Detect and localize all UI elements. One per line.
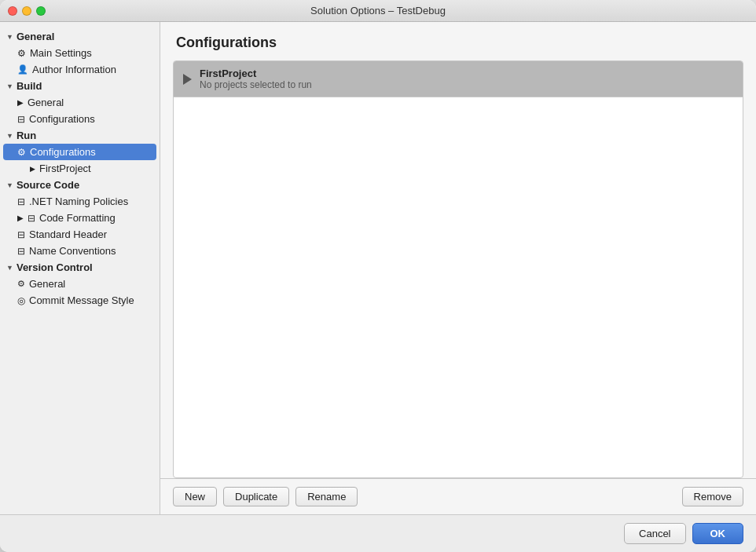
sidebar-section-version-control[interactable]: ▼ Version Control <box>0 259 160 276</box>
sidebar-item-author-label: Author Information <box>32 64 116 75</box>
sidebar-item-run-configurations[interactable]: Configurations <box>3 144 156 160</box>
ok-button[interactable]: OK <box>692 523 744 544</box>
vcs-general-icon <box>17 279 25 289</box>
play-icon-first: ▶ <box>30 165 35 173</box>
close-button[interactable] <box>8 6 17 16</box>
sidebar-item-vc-general-label: General <box>29 278 65 290</box>
config-empty-area <box>174 97 743 411</box>
window-footer: Cancel OK <box>0 514 756 552</box>
conventions-icon <box>17 246 25 257</box>
new-button[interactable]: New <box>173 487 217 506</box>
sidebar-item-code-formatting-label: Code Formatting <box>39 212 116 224</box>
bottom-toolbar: New Duplicate Rename Remove <box>160 478 756 514</box>
gear-icon <box>17 48 26 59</box>
sidebar-item-net-naming[interactable]: .NET Naming Policies <box>0 193 160 210</box>
rename-button[interactable]: Rename <box>295 487 358 506</box>
gear-icon-run <box>17 147 26 158</box>
cancel-button[interactable]: Cancel <box>624 523 685 544</box>
sidebar-item-firstproject[interactable]: ▶ FirstProject <box>0 160 160 177</box>
config-item-text: FirstProject No projects selected to run <box>200 68 312 90</box>
commit-icon <box>17 295 25 306</box>
sidebar-item-main-settings[interactable]: Main Settings <box>0 45 160 61</box>
window-title: Solution Options – TestDebug <box>310 5 446 16</box>
maximize-button[interactable] <box>36 6 46 16</box>
page-title: Configurations <box>176 35 740 51</box>
arrow-build: ▼ <box>6 82 13 90</box>
sidebar-item-name-conventions-label: Name Conventions <box>29 245 116 257</box>
naming-icon <box>17 196 25 207</box>
sidebar-section-source-label: Source Code <box>17 179 79 191</box>
sidebar-section-build-label: Build <box>17 80 42 92</box>
sidebar-item-commit-message[interactable]: Commit Message Style <box>0 292 160 309</box>
sidebar-section-general-label: General <box>17 31 54 42</box>
arrow-vc: ▼ <box>6 264 13 272</box>
arrow-general: ▼ <box>6 33 13 41</box>
sidebar-item-build-general[interactable]: General <box>0 94 160 111</box>
remove-button[interactable]: Remove <box>682 487 743 506</box>
sidebar-item-code-formatting[interactable]: Code Formatting <box>0 210 160 226</box>
formatting-icon <box>28 213 35 224</box>
arrow-run: ▼ <box>6 132 13 140</box>
play-icon <box>183 74 192 85</box>
sidebar-section-general[interactable]: ▼ General <box>0 28 160 45</box>
sidebar-item-net-naming-label: .NET Naming Policies <box>29 196 128 207</box>
main-window: Solution Options – TestDebug ▼ General M… <box>0 0 756 552</box>
person-icon <box>17 64 28 75</box>
duplicate-button[interactable]: Duplicate <box>223 487 289 506</box>
sidebar-item-firstproject-label: FirstProject <box>39 163 91 174</box>
window-body: ▼ General Main Settings Author Informati… <box>0 22 756 514</box>
traffic-lights <box>8 6 46 16</box>
arrow-formatting-icon <box>17 214 24 222</box>
minimize-button[interactable] <box>22 6 31 16</box>
main-content: Configurations FirstProject No projects … <box>160 22 756 514</box>
arrow-source: ▼ <box>6 181 13 189</box>
sidebar-item-standard-header-label: Standard Header <box>29 228 107 240</box>
configurations-panel: FirstProject No projects selected to run <box>173 60 743 478</box>
sidebar-section-run[interactable]: ▼ Run <box>0 127 160 144</box>
sidebar-section-run-label: Run <box>17 130 36 141</box>
main-header: Configurations <box>160 22 756 60</box>
config-subtitle: No projects selected to run <box>200 79 312 90</box>
sidebar-item-standard-header[interactable]: Standard Header <box>0 226 160 243</box>
sidebar-section-build[interactable]: ▼ Build <box>0 78 160 94</box>
sidebar-item-name-conventions[interactable]: Name Conventions <box>0 243 160 259</box>
sidebar-item-commit-label: Commit Message Style <box>29 294 134 306</box>
sidebar: ▼ General Main Settings Author Informati… <box>0 22 160 514</box>
sidebar-item-run-configurations-label: Configurations <box>30 146 96 158</box>
config-icon <box>17 114 25 125</box>
sidebar-item-configurations[interactable]: Configurations <box>0 111 160 127</box>
sidebar-item-main-settings-label: Main Settings <box>30 47 92 59</box>
header-icon <box>17 229 25 240</box>
titlebar: Solution Options – TestDebug <box>0 0 756 22</box>
config-name: FirstProject <box>200 68 312 79</box>
sidebar-item-build-general-label: General <box>28 97 64 108</box>
sidebar-section-vc-label: Version Control <box>17 261 93 273</box>
sidebar-item-configurations-label: Configurations <box>29 113 95 125</box>
sidebar-item-author-information[interactable]: Author Information <box>0 61 160 78</box>
config-list-item[interactable]: FirstProject No projects selected to run <box>174 61 743 97</box>
play-icon-build <box>17 98 24 107</box>
sidebar-item-vc-general[interactable]: General <box>0 276 160 292</box>
sidebar-section-source-code[interactable]: ▼ Source Code <box>0 177 160 193</box>
